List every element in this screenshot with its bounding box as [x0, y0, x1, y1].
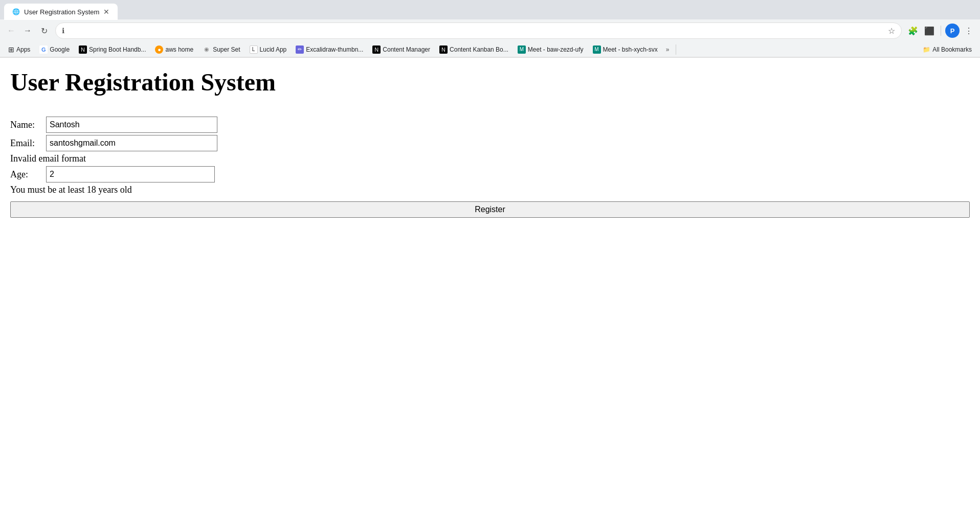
separator: [941, 26, 941, 36]
refresh-button[interactable]: ↻: [37, 24, 51, 38]
page-title: User Registration System: [10, 68, 970, 96]
spring-favicon: N: [79, 45, 87, 54]
register-button[interactable]: Register: [10, 201, 970, 218]
email-label: Email:: [10, 138, 46, 149]
age-error-message: You must be at least 18 years old: [10, 185, 970, 195]
bookmarks-bar: ⊞ Apps G Google N Spring Boot Handb... ●…: [0, 42, 980, 57]
bookmark-meet-bsh[interactable]: M Meet - bsh-xych-svx: [589, 44, 662, 55]
tab-bar: 🌐 User Registration System ✕: [0, 0, 980, 19]
meet-bsh-label: Meet - bsh-xych-svx: [603, 46, 658, 53]
google-label: Google: [50, 46, 70, 53]
superset-label: Super Set: [213, 46, 240, 53]
aws-label: aws home: [165, 46, 193, 53]
bookmarks-separator: [676, 44, 676, 55]
google-favicon: G: [39, 45, 48, 54]
meet-baw-favicon: M: [518, 45, 526, 54]
bookmark-content-kanban[interactable]: N Content Kanban Bo...: [435, 44, 513, 55]
browser-chrome: 🌐 User Registration System ✕ ← → ↻ ℹ htt…: [0, 0, 980, 58]
name-label: Name:: [10, 120, 46, 130]
meet-baw-label: Meet - baw-zezd-ufy: [528, 46, 584, 53]
menu-button[interactable]: ⋮: [962, 24, 976, 38]
age-row: Age:: [10, 166, 970, 182]
email-input[interactable]: [46, 135, 217, 151]
email-error-message: Invalid email format: [10, 153, 970, 164]
bookmark-aws[interactable]: ● aws home: [151, 44, 197, 55]
apps-grid-icon: ⊞: [8, 45, 14, 54]
bookmark-superset[interactable]: ◉ Super Set: [198, 44, 244, 55]
excali-favicon: ✏: [296, 45, 304, 54]
page-content: User Registration System Name: Email: In…: [0, 58, 980, 228]
back-button[interactable]: ←: [4, 24, 18, 38]
bookmark-apps[interactable]: ⊞ Apps: [4, 44, 34, 55]
extension-puzzle-icon[interactable]: ⬛: [922, 24, 937, 38]
spring-label: Spring Boot Handb...: [89, 46, 146, 53]
tab-favicon: 🌐: [12, 8, 20, 15]
bookmark-content-manager[interactable]: N Content Manager: [368, 44, 434, 55]
name-input[interactable]: [46, 117, 217, 133]
lock-icon: ℹ: [62, 27, 64, 35]
meet-bsh-favicon: M: [593, 45, 601, 54]
profile-button[interactable]: P: [945, 24, 960, 38]
bookmark-excalidraw[interactable]: ✏ Excalidraw-thumbn...: [292, 44, 367, 55]
apps-label: Apps: [16, 46, 30, 53]
content-mgr-favicon: N: [372, 45, 381, 54]
extensions-icon[interactable]: 🧩: [906, 24, 920, 38]
excali-label: Excalidraw-thumbn...: [306, 46, 363, 53]
age-input[interactable]: [46, 166, 215, 182]
all-bookmarks-label: All Bookmarks: [932, 46, 972, 53]
superset-favicon: ◉: [203, 45, 211, 54]
bookmark-google[interactable]: G Google: [35, 44, 74, 55]
bookmark-meet-baw[interactable]: M Meet - baw-zezd-ufy: [514, 44, 588, 55]
name-row: Name:: [10, 117, 970, 133]
registration-form: Name: Email: Invalid email format Age: Y…: [10, 117, 970, 218]
address-bar[interactable]: ℹ http://localhost:8081/register ☆: [55, 22, 902, 39]
folder-icon: 📁: [923, 46, 930, 53]
tab-close-icon[interactable]: ✕: [103, 8, 109, 16]
tab-title: User Registration System: [24, 8, 99, 16]
active-tab[interactable]: 🌐 User Registration System ✕: [4, 4, 118, 20]
nav-icons: 🧩 ⬛ P ⋮: [906, 24, 976, 38]
content-mgr-label: Content Manager: [383, 46, 430, 53]
star-icon[interactable]: ☆: [888, 26, 895, 36]
bookmark-lucid[interactable]: L Lucid App: [246, 44, 291, 55]
age-label: Age:: [10, 169, 46, 180]
email-row: Email:: [10, 135, 970, 151]
lucid-favicon: L: [250, 45, 258, 54]
content-kanban-favicon: N: [439, 45, 448, 54]
content-kanban-label: Content Kanban Bo...: [450, 46, 508, 53]
more-bookmarks-button[interactable]: »: [663, 44, 673, 55]
all-bookmarks-button[interactable]: 📁 All Bookmarks: [919, 44, 976, 55]
lucid-label: Lucid App: [260, 46, 287, 53]
bookmark-spring-boot[interactable]: N Spring Boot Handb...: [75, 44, 150, 55]
aws-favicon: ●: [155, 45, 163, 54]
nav-bar: ← → ↻ ℹ http://localhost:8081/register ☆…: [0, 19, 980, 42]
forward-button[interactable]: →: [20, 24, 35, 38]
url-input[interactable]: http://localhost:8081/register: [69, 27, 884, 35]
